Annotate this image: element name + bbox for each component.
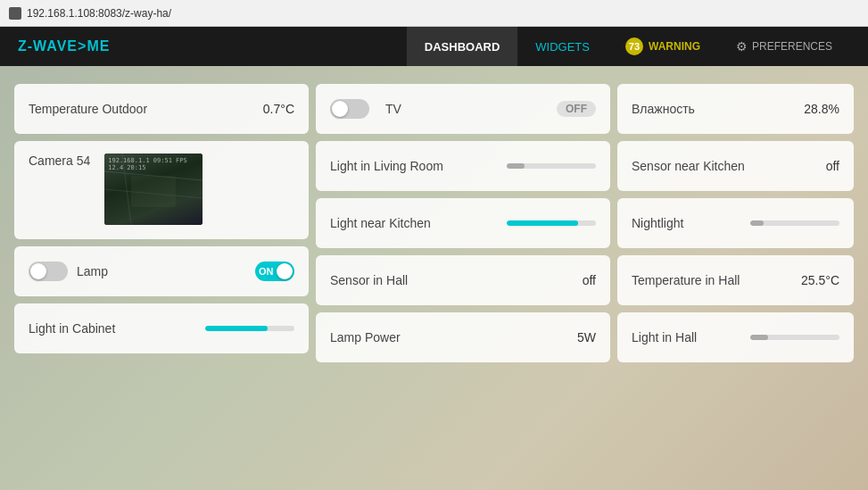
sensor-hall-value: off: [583, 273, 596, 287]
nav-widgets[interactable]: WIDGETS: [517, 27, 608, 66]
column-2: TV OFF Light in Living Room Light near K…: [316, 84, 610, 362]
humidity-widget: Влажность 28.8%: [617, 84, 854, 134]
navbar: Z-WAVE>ME DASHBOARD WIDGETS 73 WARNING ⚙…: [0, 27, 868, 66]
lamp-power-widget: Lamp Power 5W: [316, 312, 610, 362]
camera-thumbnail[interactable]: 192.168.1.1 09:51 FPS 12.4 20:15: [104, 154, 203, 225]
light-living-room-slider[interactable]: [507, 163, 596, 169]
light-hall-fill: [750, 335, 768, 340]
lamp-on-toggle[interactable]: ON: [255, 262, 294, 281]
browser-url: 192.168.1.108:8083/z-way-ha/: [27, 7, 171, 20]
camera-overlay: 192.168.1.1 09:51 FPS 12.4 20:15: [104, 154, 203, 225]
light-cabinet-label: Light in Cabinet: [29, 321, 205, 336]
temp-outdoor-value: 0.7°C: [263, 102, 294, 116]
column-1: Temperature Outdoor 0.7°C Camera 54 192.…: [14, 84, 309, 362]
nav-dashboard[interactable]: DASHBOARD: [407, 27, 518, 66]
light-living-room-fill: [507, 163, 525, 169]
light-near-kitchen-label: Light near Kitchen: [330, 216, 507, 230]
light-near-kitchen-slider[interactable]: [507, 220, 596, 226]
light-hall-label: Light in Hall: [632, 330, 750, 345]
app-logo: Z-WAVE>ME: [18, 38, 110, 54]
temp-outdoor-widget: Temperature Outdoor 0.7°C: [14, 84, 309, 134]
camera-widget: Camera 54 192.168.1.1 09:51 FPS 12.4 20:…: [14, 141, 309, 239]
dashboard-area: Temperature Outdoor 0.7°C Camera 54 192.…: [0, 66, 868, 490]
temp-hall-label: Temperature in Hall: [632, 273, 794, 287]
sensor-hall-label: Sensor in Hall: [330, 273, 575, 287]
light-hall-widget: Light in Hall: [617, 312, 854, 362]
browser-bar: 192.168.1.108:8083/z-way-ha/: [0, 0, 868, 27]
humidity-label: Влажность: [632, 102, 797, 116]
nightlight-fill: [750, 220, 764, 226]
preferences-label: PREFERENCES: [752, 40, 832, 53]
lamp-toggle[interactable]: [29, 262, 68, 281]
gear-icon: ⚙: [736, 39, 748, 54]
humidity-value: 28.8%: [804, 102, 839, 116]
sensor-kitchen-label: Sensor near Kitchen: [632, 159, 819, 173]
light-near-kitchen-widget: Light near Kitchen: [316, 198, 610, 248]
tv-toggle-thumb: [332, 101, 348, 117]
sensor-hall-widget: Sensor in Hall off: [316, 255, 610, 305]
lamp-widget: Lamp ON: [14, 246, 309, 296]
tv-label: TV: [385, 102, 548, 116]
dashboard-grid: Temperature Outdoor 0.7°C Camera 54 192.…: [14, 84, 854, 362]
sensor-kitchen-value: off: [826, 159, 839, 173]
warning-count: 73: [625, 37, 643, 55]
nav-links: DASHBOARD WIDGETS 73 WARNING ⚙ PREFERENC…: [407, 27, 850, 66]
lamp-toggle-track[interactable]: [29, 262, 68, 281]
tv-widget: TV OFF: [316, 84, 610, 134]
lamp-power-value: 5W: [577, 330, 596, 345]
warning-badge[interactable]: 73 WARNING: [608, 37, 718, 55]
favicon: [9, 7, 21, 20]
nightlight-slider[interactable]: [750, 220, 839, 226]
light-cabinet-fill: [205, 326, 268, 331]
camera-label: Camera 54: [29, 154, 90, 168]
lamp-on-label: ON: [259, 266, 274, 277]
lamp-label: Lamp: [77, 264, 255, 278]
preferences-link[interactable]: ⚙ PREFERENCES: [718, 39, 850, 54]
light-near-kitchen-fill: [507, 220, 578, 226]
tv-toggle[interactable]: [330, 99, 369, 119]
temp-hall-widget: Temperature in Hall 25.5°C: [617, 255, 854, 305]
light-living-room-label: Light in Living Room: [330, 159, 507, 173]
temp-outdoor-label: Temperature Outdoor: [29, 102, 256, 116]
lamp-on-track[interactable]: ON: [255, 262, 294, 281]
nightlight-widget: Nightlight: [617, 198, 854, 248]
light-cabinet-slider[interactable]: [205, 326, 294, 331]
column-3: Влажность 28.8% Sensor near Kitchen off …: [617, 84, 854, 362]
nightlight-label: Nightlight: [632, 216, 750, 230]
tv-off-badge: OFF: [557, 101, 596, 117]
warning-label: WARNING: [649, 40, 700, 53]
tv-toggle-track[interactable]: [330, 99, 369, 119]
lamp-on-thumb: [277, 263, 293, 279]
light-hall-slider[interactable]: [750, 335, 839, 340]
lamp-power-label: Lamp Power: [330, 330, 570, 345]
lamp-toggle-thumb: [30, 263, 46, 279]
temp-hall-value: 25.5°C: [801, 273, 839, 287]
light-living-room-widget: Light in Living Room: [316, 141, 610, 191]
sensor-kitchen-widget: Sensor near Kitchen off: [617, 141, 854, 191]
svg-rect-3: [131, 176, 176, 207]
light-cabinet-widget: Light in Cabinet: [14, 303, 309, 353]
svg-line-2: [122, 154, 131, 225]
